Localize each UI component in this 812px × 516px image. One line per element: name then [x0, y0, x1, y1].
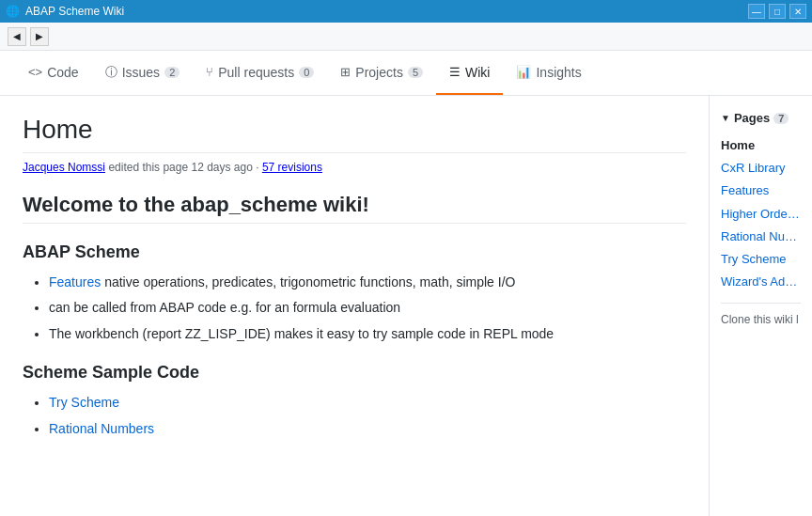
meta-time: 12 days ago: [191, 161, 252, 174]
title-bar-title: ABAP Scheme Wiki: [25, 5, 124, 18]
list-item: Features native operations, predicates, …: [49, 272, 686, 292]
issues-badge: 2: [164, 67, 180, 78]
main-layout: Home Jacques Nomssi edited this page 12 …: [0, 96, 812, 516]
sidebar-header: ▼ Pages 7: [721, 111, 801, 125]
tab-bar: <> Code ⓘ Issues 2 ⑂ Pull requests 0 ⊞ P…: [0, 51, 812, 96]
pages-badge: 7: [773, 113, 789, 124]
title-bar: 🌐 ABAP Scheme Wiki — □ ✕: [0, 0, 812, 23]
forward-button[interactable]: ▶: [30, 27, 49, 46]
revisions-link[interactable]: 57 revisions: [262, 161, 322, 174]
wiki-main-heading: Welcome to the abap_scheme wiki!: [23, 193, 686, 224]
sidebar-item-rational[interactable]: Rational Numb...: [721, 226, 801, 248]
meta-separator: ·: [256, 161, 258, 174]
list-item: Rational Numbers: [49, 418, 686, 439]
pull-requests-badge: 0: [299, 67, 314, 78]
tab-wiki[interactable]: ☰ Wiki: [436, 51, 503, 95]
sidebar-item-features[interactable]: Features: [721, 180, 801, 202]
meta-action: edited this page: [108, 161, 188, 174]
list-item: Try Scheme: [49, 392, 686, 413]
title-bar-icon: 🌐: [6, 5, 20, 18]
sidebar: ▼ Pages 7 Home CxR Library Features High…: [709, 96, 812, 516]
code-icon: <>: [28, 65, 42, 79]
page-meta: Jacques Nomssi edited this page 12 days …: [23, 161, 686, 174]
sidebar-item-home[interactable]: Home: [721, 134, 801, 157]
sidebar-pages-label: Pages: [734, 111, 770, 125]
author-link[interactable]: Jacques Nomssi: [23, 161, 105, 174]
list-item: can be called from ABAP code e.g. for an…: [49, 297, 686, 318]
section-heading-abap: ABAP Scheme: [23, 242, 686, 262]
abap-list: Features native operations, predicates, …: [23, 272, 686, 344]
tab-projects[interactable]: ⊞ Projects 5: [327, 51, 436, 95]
maximize-button[interactable]: □: [769, 4, 786, 19]
tab-issues[interactable]: ⓘ Issues 2: [92, 51, 194, 95]
projects-icon: ⊞: [340, 65, 351, 79]
title-bar-controls: — □ ✕: [748, 4, 806, 19]
clone-text: Clone this wiki l: [721, 313, 799, 326]
try-scheme-link[interactable]: Try Scheme: [49, 395, 119, 410]
back-button[interactable]: ◀: [8, 27, 26, 46]
projects-badge: 5: [408, 67, 423, 78]
wiki-icon: ☰: [449, 65, 461, 79]
sidebar-item-cxr[interactable]: CxR Library: [721, 157, 801, 180]
clone-section: Clone this wiki l: [721, 303, 801, 326]
content-area: Home Jacques Nomssi edited this page 12 …: [0, 96, 709, 516]
sample-list: Try Scheme Rational Numbers: [23, 392, 686, 439]
list-item: The workbench (report ZZ_LISP_IDE) makes…: [49, 323, 686, 344]
section-heading-sample: Scheme Sample Code: [23, 363, 686, 383]
tab-pull-requests[interactable]: ⑂ Pull requests 0: [193, 51, 327, 95]
minimize-button[interactable]: —: [748, 4, 765, 19]
sidebar-item-higher-order[interactable]: Higher Order...: [721, 203, 801, 226]
sidebar-item-wizard[interactable]: Wizard's Adve...: [721, 271, 801, 293]
page-title: Home: [23, 115, 686, 153]
close-button[interactable]: ✕: [789, 4, 806, 19]
insights-icon: 📊: [516, 65, 531, 79]
nav-bar: ◀ ▶: [0, 23, 812, 51]
features-link[interactable]: Features: [49, 274, 101, 289]
sidebar-item-try-scheme[interactable]: Try Scheme: [721, 248, 801, 271]
issues-icon: ⓘ: [105, 64, 117, 81]
rational-numbers-link[interactable]: Rational Numbers: [49, 421, 154, 436]
tab-insights[interactable]: 📊 Insights: [503, 51, 594, 95]
collapse-icon[interactable]: ▼: [721, 113, 730, 123]
tab-code[interactable]: <> Code: [15, 51, 92, 95]
pull-requests-icon: ⑂: [206, 65, 213, 79]
